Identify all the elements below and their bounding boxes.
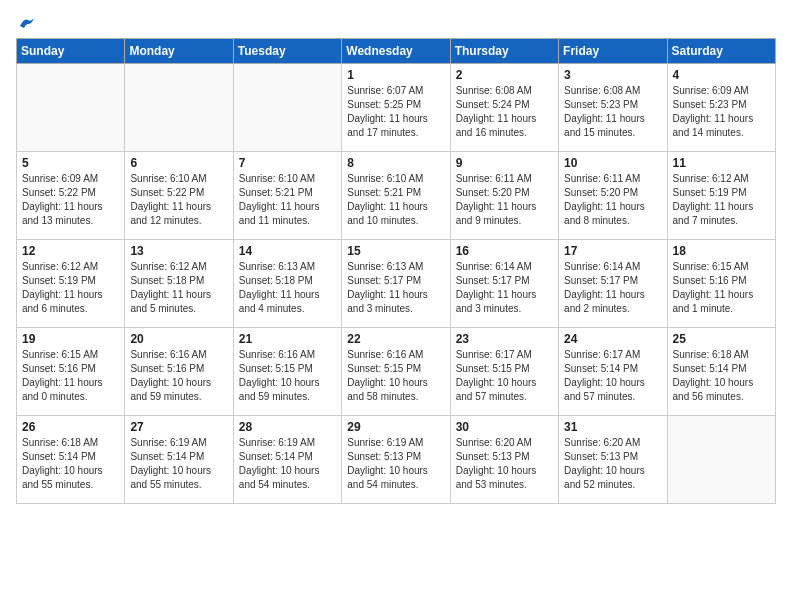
day-info: Sunrise: 6:08 AM Sunset: 5:23 PM Dayligh… [564,84,661,140]
day-info: Sunrise: 6:17 AM Sunset: 5:15 PM Dayligh… [456,348,553,404]
day-number: 6 [130,156,227,170]
calendar-header-row: SundayMondayTuesdayWednesdayThursdayFrid… [17,39,776,64]
logo-bird-icon [18,16,36,30]
day-number: 10 [564,156,661,170]
day-info: Sunrise: 6:11 AM Sunset: 5:20 PM Dayligh… [456,172,553,228]
day-info: Sunrise: 6:19 AM Sunset: 5:13 PM Dayligh… [347,436,444,492]
day-info: Sunrise: 6:09 AM Sunset: 5:23 PM Dayligh… [673,84,770,140]
day-number: 31 [564,420,661,434]
day-info: Sunrise: 6:18 AM Sunset: 5:14 PM Dayligh… [673,348,770,404]
weekday-header: Monday [125,39,233,64]
calendar-cell: 15Sunrise: 6:13 AM Sunset: 5:17 PM Dayli… [342,240,450,328]
calendar-cell: 4Sunrise: 6:09 AM Sunset: 5:23 PM Daylig… [667,64,775,152]
day-number: 13 [130,244,227,258]
day-info: Sunrise: 6:13 AM Sunset: 5:18 PM Dayligh… [239,260,336,316]
calendar-week-row: 1Sunrise: 6:07 AM Sunset: 5:25 PM Daylig… [17,64,776,152]
day-number: 14 [239,244,336,258]
calendar-cell: 2Sunrise: 6:08 AM Sunset: 5:24 PM Daylig… [450,64,558,152]
day-info: Sunrise: 6:10 AM Sunset: 5:21 PM Dayligh… [239,172,336,228]
calendar-cell: 26Sunrise: 6:18 AM Sunset: 5:14 PM Dayli… [17,416,125,504]
calendar-cell: 28Sunrise: 6:19 AM Sunset: 5:14 PM Dayli… [233,416,341,504]
calendar-cell: 8Sunrise: 6:10 AM Sunset: 5:21 PM Daylig… [342,152,450,240]
day-number: 3 [564,68,661,82]
calendar-cell: 10Sunrise: 6:11 AM Sunset: 5:20 PM Dayli… [559,152,667,240]
day-number: 7 [239,156,336,170]
day-number: 17 [564,244,661,258]
calendar-cell: 20Sunrise: 6:16 AM Sunset: 5:16 PM Dayli… [125,328,233,416]
calendar-cell [17,64,125,152]
day-info: Sunrise: 6:10 AM Sunset: 5:21 PM Dayligh… [347,172,444,228]
day-number: 20 [130,332,227,346]
calendar-week-row: 19Sunrise: 6:15 AM Sunset: 5:16 PM Dayli… [17,328,776,416]
calendar-cell: 29Sunrise: 6:19 AM Sunset: 5:13 PM Dayli… [342,416,450,504]
calendar-cell: 12Sunrise: 6:12 AM Sunset: 5:19 PM Dayli… [17,240,125,328]
day-info: Sunrise: 6:20 AM Sunset: 5:13 PM Dayligh… [564,436,661,492]
day-number: 19 [22,332,119,346]
day-info: Sunrise: 6:16 AM Sunset: 5:15 PM Dayligh… [239,348,336,404]
day-number: 26 [22,420,119,434]
calendar-cell: 17Sunrise: 6:14 AM Sunset: 5:17 PM Dayli… [559,240,667,328]
day-info: Sunrise: 6:07 AM Sunset: 5:25 PM Dayligh… [347,84,444,140]
day-number: 12 [22,244,119,258]
calendar-cell: 16Sunrise: 6:14 AM Sunset: 5:17 PM Dayli… [450,240,558,328]
calendar-cell: 21Sunrise: 6:16 AM Sunset: 5:15 PM Dayli… [233,328,341,416]
logo [16,16,36,30]
calendar-cell: 13Sunrise: 6:12 AM Sunset: 5:18 PM Dayli… [125,240,233,328]
day-info: Sunrise: 6:09 AM Sunset: 5:22 PM Dayligh… [22,172,119,228]
day-info: Sunrise: 6:16 AM Sunset: 5:16 PM Dayligh… [130,348,227,404]
calendar-cell: 24Sunrise: 6:17 AM Sunset: 5:14 PM Dayli… [559,328,667,416]
calendar-cell: 27Sunrise: 6:19 AM Sunset: 5:14 PM Dayli… [125,416,233,504]
calendar-table: SundayMondayTuesdayWednesdayThursdayFrid… [16,38,776,504]
day-number: 25 [673,332,770,346]
day-number: 30 [456,420,553,434]
day-number: 4 [673,68,770,82]
day-info: Sunrise: 6:15 AM Sunset: 5:16 PM Dayligh… [673,260,770,316]
calendar-week-row: 5Sunrise: 6:09 AM Sunset: 5:22 PM Daylig… [17,152,776,240]
calendar-week-row: 12Sunrise: 6:12 AM Sunset: 5:19 PM Dayli… [17,240,776,328]
day-number: 15 [347,244,444,258]
calendar-cell: 22Sunrise: 6:16 AM Sunset: 5:15 PM Dayli… [342,328,450,416]
day-number: 11 [673,156,770,170]
day-info: Sunrise: 6:08 AM Sunset: 5:24 PM Dayligh… [456,84,553,140]
day-info: Sunrise: 6:12 AM Sunset: 5:18 PM Dayligh… [130,260,227,316]
day-info: Sunrise: 6:19 AM Sunset: 5:14 PM Dayligh… [130,436,227,492]
day-number: 22 [347,332,444,346]
day-number: 21 [239,332,336,346]
calendar-cell [125,64,233,152]
calendar-cell [667,416,775,504]
day-info: Sunrise: 6:14 AM Sunset: 5:17 PM Dayligh… [456,260,553,316]
day-number: 8 [347,156,444,170]
calendar-cell [233,64,341,152]
calendar-cell: 9Sunrise: 6:11 AM Sunset: 5:20 PM Daylig… [450,152,558,240]
calendar-cell: 25Sunrise: 6:18 AM Sunset: 5:14 PM Dayli… [667,328,775,416]
day-number: 27 [130,420,227,434]
day-info: Sunrise: 6:20 AM Sunset: 5:13 PM Dayligh… [456,436,553,492]
weekday-header: Wednesday [342,39,450,64]
day-info: Sunrise: 6:15 AM Sunset: 5:16 PM Dayligh… [22,348,119,404]
weekday-header: Tuesday [233,39,341,64]
calendar-cell: 1Sunrise: 6:07 AM Sunset: 5:25 PM Daylig… [342,64,450,152]
day-info: Sunrise: 6:10 AM Sunset: 5:22 PM Dayligh… [130,172,227,228]
calendar-cell: 3Sunrise: 6:08 AM Sunset: 5:23 PM Daylig… [559,64,667,152]
day-number: 2 [456,68,553,82]
day-info: Sunrise: 6:18 AM Sunset: 5:14 PM Dayligh… [22,436,119,492]
calendar-cell: 14Sunrise: 6:13 AM Sunset: 5:18 PM Dayli… [233,240,341,328]
day-info: Sunrise: 6:17 AM Sunset: 5:14 PM Dayligh… [564,348,661,404]
calendar-cell: 6Sunrise: 6:10 AM Sunset: 5:22 PM Daylig… [125,152,233,240]
day-number: 23 [456,332,553,346]
day-info: Sunrise: 6:12 AM Sunset: 5:19 PM Dayligh… [22,260,119,316]
day-info: Sunrise: 6:11 AM Sunset: 5:20 PM Dayligh… [564,172,661,228]
day-info: Sunrise: 6:14 AM Sunset: 5:17 PM Dayligh… [564,260,661,316]
day-number: 29 [347,420,444,434]
weekday-header: Sunday [17,39,125,64]
calendar-cell: 19Sunrise: 6:15 AM Sunset: 5:16 PM Dayli… [17,328,125,416]
day-number: 28 [239,420,336,434]
weekday-header: Thursday [450,39,558,64]
day-number: 5 [22,156,119,170]
day-number: 1 [347,68,444,82]
day-info: Sunrise: 6:13 AM Sunset: 5:17 PM Dayligh… [347,260,444,316]
calendar-cell: 23Sunrise: 6:17 AM Sunset: 5:15 PM Dayli… [450,328,558,416]
weekday-header: Friday [559,39,667,64]
day-number: 16 [456,244,553,258]
day-number: 24 [564,332,661,346]
